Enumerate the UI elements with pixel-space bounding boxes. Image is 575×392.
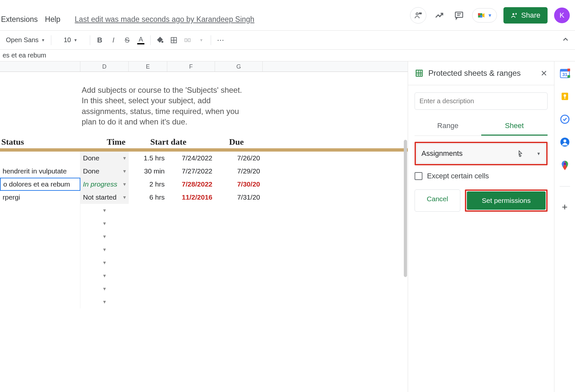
- table-row[interactable]: ▼: [0, 243, 408, 256]
- tab-range[interactable]: Range: [415, 117, 481, 136]
- formula-bar[interactable]: es et ea rebum: [0, 50, 575, 61]
- chevron-down-icon[interactable]: ▼: [102, 286, 107, 291]
- time-cell[interactable]: 30 min: [129, 165, 167, 178]
- table-row[interactable]: ▼: [0, 230, 408, 243]
- comment-icon[interactable]: [452, 9, 466, 22]
- table-row[interactable]: ▼: [0, 256, 408, 269]
- svg-point-14: [519, 155, 521, 156]
- chevron-down-icon[interactable]: ▼: [102, 234, 107, 239]
- time-cell[interactable]: 2 hrs: [129, 178, 167, 191]
- svg-rect-4: [478, 13, 481, 15]
- description-input[interactable]: [415, 92, 548, 110]
- time-cell[interactable]: 6 hrs: [129, 191, 167, 204]
- table-row[interactable]: ▼: [0, 282, 408, 295]
- table-row[interactable]: rpergiNot started▼6 hrs11/2/20167/31/20: [0, 191, 408, 204]
- keep-icon[interactable]: [560, 91, 570, 101]
- col-header[interactable]: E: [129, 61, 167, 72]
- start-date-cell[interactable]: 11/2/2016: [167, 191, 215, 204]
- collapse-toolbar-icon[interactable]: [562, 36, 569, 43]
- table-row[interactable]: ▼: [0, 269, 408, 282]
- col-header[interactable]: F: [167, 61, 215, 72]
- desc-cell[interactable]: rpergi: [0, 191, 80, 204]
- svg-rect-22: [564, 97, 565, 99]
- text-color-button[interactable]: A: [135, 34, 147, 46]
- contacts-icon[interactable]: [560, 137, 570, 147]
- svg-point-25: [563, 139, 566, 142]
- strikethrough-button[interactable]: S: [121, 34, 133, 46]
- due-date-cell[interactable]: 7/31/20: [215, 191, 263, 204]
- table-header-row: Status Time Start date Due: [0, 134, 408, 148]
- time-cell[interactable]: 1.5 hrs: [129, 152, 167, 165]
- instruction-text: Add subjects or course to the 'Subjects'…: [0, 72, 252, 134]
- table-row[interactable]: ▼: [0, 217, 408, 230]
- chevron-down-icon[interactable]: ▼: [102, 221, 107, 226]
- fill-color-button[interactable]: [154, 34, 166, 46]
- chevron-down-icon[interactable]: ▼: [122, 155, 127, 161]
- tab-sheet[interactable]: Sheet: [481, 117, 548, 136]
- status-cell[interactable]: Done▼: [80, 152, 129, 165]
- borders-button[interactable]: [168, 34, 180, 46]
- status-cell[interactable]: In progress▼: [80, 178, 129, 191]
- set-permissions-button[interactable]: Set permissions: [467, 191, 546, 210]
- chevron-down-icon[interactable]: ▼: [122, 169, 127, 174]
- font-name-selector[interactable]: Open Sans ▼: [3, 35, 48, 45]
- svg-rect-1: [419, 12, 422, 14]
- edit-status-link[interactable]: Last edit was made seconds ago by Karand…: [75, 15, 255, 24]
- chevron-down-icon[interactable]: ▼: [102, 260, 107, 265]
- font-size-selector[interactable]: 10 ▼: [55, 35, 87, 45]
- desc-cell[interactable]: [0, 152, 80, 165]
- menu-help[interactable]: Help: [45, 15, 60, 24]
- table-row[interactable]: ▼: [0, 295, 408, 308]
- chevron-down-icon[interactable]: ▼: [102, 247, 107, 252]
- italic-button[interactable]: I: [107, 34, 120, 46]
- desc-cell[interactable]: o dolores et ea rebum: [0, 178, 80, 191]
- chevron-down-icon[interactable]: ▼: [102, 208, 107, 213]
- tasks-icon[interactable]: [560, 114, 570, 124]
- table-row[interactable]: hendrerit in vulputateDone▼30 min7/27/20…: [0, 165, 408, 178]
- start-date-cell[interactable]: 7/28/2022: [167, 178, 215, 191]
- except-cells-checkbox[interactable]: [415, 172, 422, 180]
- calendar-icon[interactable]: 31: [560, 68, 570, 78]
- cursor-icon: [517, 150, 523, 157]
- trend-icon[interactable]: [433, 9, 446, 22]
- chevron-down-icon[interactable]: ▼: [122, 195, 127, 200]
- svg-point-27: [564, 163, 566, 165]
- meet-button[interactable]: ▼: [472, 8, 497, 23]
- more-button[interactable]: ⋯: [214, 34, 227, 46]
- panel-title: Protected sheets & ranges: [428, 69, 536, 78]
- chevron-down-icon[interactable]: ▼: [102, 273, 107, 278]
- status-cell[interactable]: Done▼: [80, 165, 129, 178]
- spreadsheet-grid[interactable]: D E F G Add subjects or course to the 'S…: [0, 61, 408, 392]
- due-date-cell[interactable]: 7/26/20: [215, 152, 263, 165]
- due-date-cell[interactable]: 7/30/20: [215, 178, 263, 191]
- vertical-scrollbar[interactable]: [404, 140, 407, 277]
- merge-dropdown[interactable]: ▼: [195, 34, 207, 46]
- th-due: Due: [198, 137, 246, 147]
- svg-point-21: [564, 94, 566, 97]
- merge-cells-button[interactable]: [181, 34, 194, 46]
- col-header[interactable]: G: [215, 61, 263, 72]
- share-button[interactable]: Share: [503, 7, 548, 24]
- person-chat-icon[interactable]: [410, 7, 426, 24]
- chevron-down-icon[interactable]: ▼: [102, 299, 107, 304]
- start-date-cell[interactable]: 7/27/2022: [167, 165, 215, 178]
- start-date-cell[interactable]: 7/24/2022: [167, 152, 215, 165]
- sheet-selector[interactable]: Assignments ▼: [417, 144, 546, 163]
- status-cell[interactable]: Not started▼: [80, 191, 129, 204]
- bold-button[interactable]: B: [93, 34, 106, 46]
- close-icon[interactable]: [540, 70, 548, 77]
- accent-divider: [0, 148, 408, 152]
- table-row[interactable]: o dolores et ea rebumIn progress▼2 hrs7/…: [0, 178, 408, 191]
- cancel-button[interactable]: Cancel: [415, 189, 460, 212]
- th-time: Time: [80, 137, 129, 147]
- menu-extensions[interactable]: Extensions: [1, 15, 38, 24]
- avatar[interactable]: K: [554, 8, 570, 23]
- table-row[interactable]: ▼: [0, 204, 408, 217]
- table-row[interactable]: Done▼1.5 hrs7/24/20227/26/20: [0, 152, 408, 165]
- add-addon-icon[interactable]: +: [562, 202, 568, 213]
- due-date-cell[interactable]: 7/29/20: [215, 165, 263, 178]
- desc-cell[interactable]: hendrerit in vulputate: [0, 165, 80, 178]
- chevron-down-icon[interactable]: ▼: [122, 182, 127, 187]
- maps-icon[interactable]: [561, 160, 569, 171]
- col-header[interactable]: D: [80, 61, 129, 72]
